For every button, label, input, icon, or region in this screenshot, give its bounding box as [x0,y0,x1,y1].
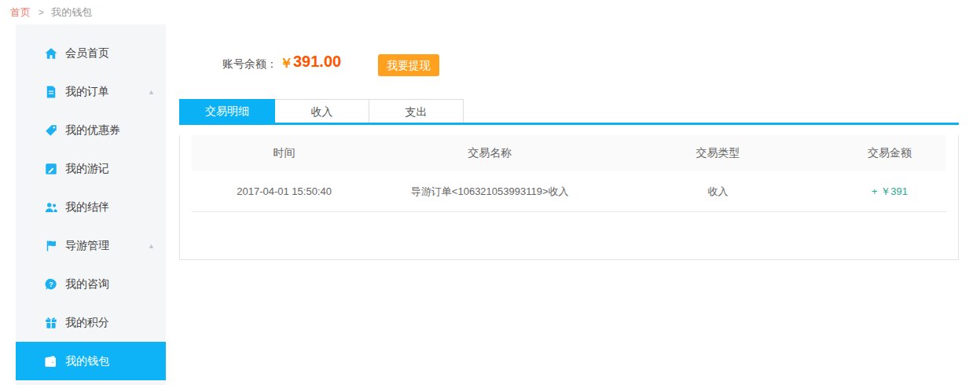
sidebar-item-label: 我的优惠券 [65,123,120,138]
breadcrumb-current: 我的钱包 [51,6,92,18]
coupon-icon [43,123,59,138]
order-icon [43,84,59,100]
sidebar-item-label: 会员首页 [65,46,109,60]
sidebar-item-label: 我的咨询 [65,277,109,292]
tab-underline [179,123,959,125]
sidebar-item-label: 导游管理 [65,239,109,253]
balance-label: 账号余额： [222,57,277,72]
svg-text:?: ? [49,280,53,288]
sidebar-item-my-companions[interactable]: 我的结伴 [16,188,166,226]
flag-icon [43,238,59,254]
withdraw-button[interactable]: 我要提现 [378,54,439,76]
sidebar: 会员首页 我的订单 ▲ 我的优惠券 我的游记 我的结伴 [16,24,166,385]
tab-expense[interactable]: 支出 [369,99,464,123]
balance-amount: 391.00 [293,53,341,71]
cell-transaction-name: 导游订单<106321053993119>收入 [376,185,603,199]
breadcrumb-home-link[interactable]: 首页 [10,6,31,18]
wallet-icon [43,354,59,369]
table-header-row: 时间 交易名称 交易类型 交易金额 [192,135,946,171]
transaction-tabs: 交易明细 收入 支出 [179,99,959,123]
tab-income[interactable]: 收入 [275,99,369,123]
breadcrumb: 首页 > 我的钱包 [10,6,92,20]
sidebar-item-member-home[interactable]: 会员首页 [16,34,166,72]
cell-time: 2017-04-01 15:50:40 [192,185,376,197]
home-icon [43,46,59,61]
cell-transaction-amount: + ￥391 [833,185,946,199]
sidebar-item-my-consultations[interactable]: ? 我的咨询 [16,265,166,303]
header-transaction-name: 交易名称 [376,146,603,160]
tab-transaction-detail[interactable]: 交易明细 [179,99,275,123]
sidebar-item-guide-management[interactable]: 导游管理 ▲ [16,226,166,265]
header-transaction-type: 交易类型 [603,146,833,160]
header-time: 时间 [192,146,376,160]
collapse-arrow-icon[interactable]: ▲ [148,88,155,96]
gift-icon [43,315,59,331]
balance-row: 账号余额： ￥ 391.00 我要提现 [179,24,959,75]
sidebar-item-label: 我的积分 [65,316,109,330]
table-row: 2017-04-01 15:50:40 导游订单<106321053993119… [192,171,946,212]
sidebar-item-my-orders[interactable]: 我的订单 ▲ [16,72,166,111]
companions-icon [43,200,59,215]
sidebar-item-my-travel-notes[interactable]: 我的游记 [16,149,166,188]
wallet-page: 首页 > 我的钱包 会员首页 我的订单 ▲ 我的优惠券 [0,0,980,385]
sidebar-item-label: 我的钱包 [65,354,109,368]
cell-transaction-type: 收入 [603,185,833,199]
sidebar-item-label: 我的游记 [65,162,109,176]
sidebar-item-label: 我的结伴 [65,200,109,214]
travel-note-icon [43,161,59,177]
sidebar-item-label: 我的订单 [65,85,109,99]
sidebar-item-my-points[interactable]: 我的积分 [16,303,166,342]
collapse-arrow-icon[interactable]: ▲ [148,242,155,250]
question-icon: ? [43,277,59,292]
sidebar-item-my-wallet[interactable]: 我的钱包 [16,342,166,380]
breadcrumb-separator: > [39,7,44,18]
transaction-panel: 时间 交易名称 交易类型 交易金额 2017-04-01 15:50:40 导游… [179,135,959,260]
currency-symbol: ￥ [280,54,293,72]
sidebar-item-my-coupons[interactable]: 我的优惠券 [16,111,166,149]
header-transaction-amount: 交易金额 [833,146,946,160]
main-content: 账号余额： ￥ 391.00 我要提现 交易明细 收入 支出 时间 交易名称 交… [179,24,959,260]
